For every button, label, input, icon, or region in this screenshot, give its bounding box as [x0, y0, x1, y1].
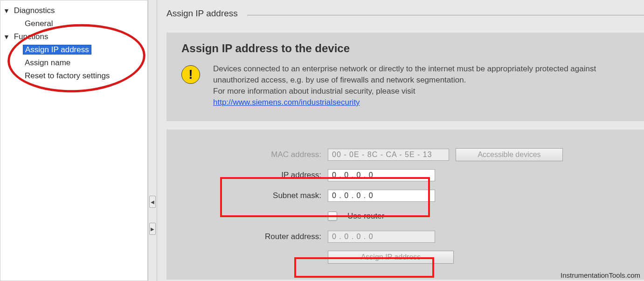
info-text: Devices connected to an enterprise netwo… [213, 63, 632, 108]
tree-node-assign-ip[interactable]: Assign IP address [23, 43, 145, 56]
tree-toggle-icon[interactable]: ▼ [3, 30, 10, 43]
tree-node-diagnostics[interactable]: ▼ Diagnostics General [3, 4, 145, 30]
warning-icon: ! [181, 65, 200, 84]
tree-label[interactable]: Assign IP address [23, 45, 91, 55]
ip-address-label: IP address: [181, 171, 321, 180]
nav-tree: ▼ Diagnostics General ▼ Functions Assign… [0, 0, 148, 281]
tree-label[interactable]: General [23, 19, 55, 28]
tree-node-general[interactable]: General [23, 17, 145, 30]
subnet-mask-input[interactable]: 0 . 0 . 0 . 0 [328, 190, 435, 202]
info-panel: Assign IP address to the device ! Device… [166, 33, 644, 121]
use-router-label: Use router [347, 212, 384, 221]
tree-toggle-icon[interactable]: ▼ [3, 4, 10, 17]
info-text-line: For more information about industrial se… [213, 87, 415, 96]
mac-address-field: 00 - 0E - 8C - CA - 5E - 13 [328, 149, 449, 161]
info-link[interactable]: http://www.siemens.com/industrialsecurit… [213, 98, 360, 107]
content-pane: Assign IP address Assign IP address to t… [157, 0, 644, 281]
router-address-label: Router address: [181, 232, 321, 241]
form-panel: MAC address: 00 - 0E - 8C - CA - 5E - 13… [166, 130, 644, 280]
tree-node-assign-name[interactable]: Assign name [23, 56, 145, 69]
tree-label[interactable]: Reset to factory settings [23, 71, 111, 80]
splitter[interactable]: ◀ ▶ [148, 0, 157, 281]
subnet-mask-label: Subnet mask: [181, 191, 321, 200]
info-heading: Assign IP address to the device [181, 42, 632, 55]
accessible-devices-button[interactable]: Accessible devices [456, 148, 563, 161]
ip-address-input[interactable]: 0 . 0 . 0 . 0 [328, 169, 435, 181]
watermark: InstrumentationTools.com [561, 271, 640, 279]
info-text-line: Devices connected to an enterprise netwo… [213, 64, 596, 84]
tree-label[interactable]: Functions [12, 32, 50, 41]
splitter-handle-right-icon[interactable]: ▶ [149, 223, 156, 235]
tree-node-factory-reset[interactable]: Reset to factory settings [23, 69, 145, 82]
assign-ip-button[interactable]: Assign IP address [328, 251, 454, 264]
tree-label[interactable]: Diagnostics [12, 6, 57, 15]
use-router-checkbox[interactable] [328, 212, 337, 221]
tree-node-functions[interactable]: ▼ Functions Assign IP address Assign nam… [3, 30, 145, 82]
page-title: Assign IP address [166, 8, 238, 19]
title-separator [247, 15, 644, 15]
router-address-input[interactable]: 0 . 0 . 0 . 0 [328, 231, 435, 243]
mac-address-label: MAC address: [181, 150, 321, 159]
splitter-handle-left-icon[interactable]: ◀ [149, 196, 156, 208]
tree-label[interactable]: Assign name [23, 58, 72, 67]
